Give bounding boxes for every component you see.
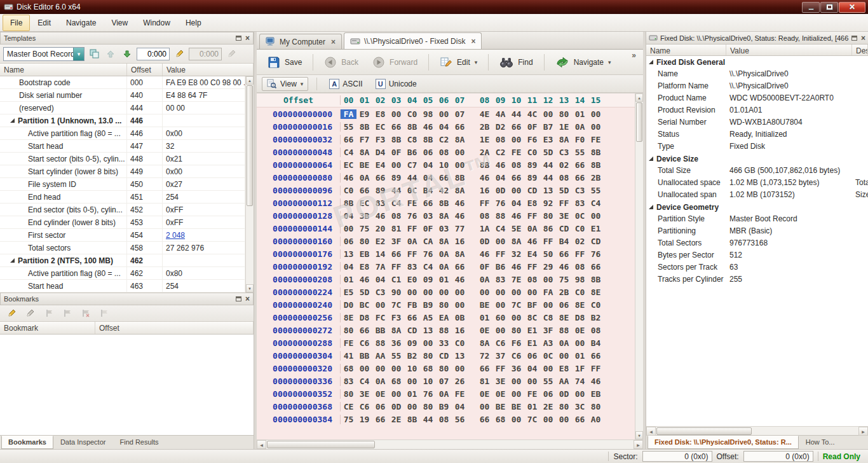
hex-row-offset[interactable]: 000000000256 [257,313,341,322]
hex-byte[interactable]: 55 [388,351,404,361]
hex-byte[interactable]: FE [524,389,540,399]
scrollbar-thumb[interactable] [267,441,375,448]
hex-byte[interactable]: C3 [556,148,572,157]
scroll-up-icon[interactable]: ▲ [635,93,643,102]
hex-row-offset[interactable]: 000000000176 [257,249,341,259]
hex-byte[interactable]: 0E [572,326,588,335]
hex-byte[interactable]: 89 [524,160,540,170]
hex-byte[interactable]: 55 [572,148,588,157]
hex-byte[interactable]: 13 [540,186,556,195]
hex-byte[interactable]: 89 [372,186,388,195]
hex-byte[interactable]: 0A [477,275,492,284]
menu-item-view[interactable]: View [104,15,135,31]
minimize-button[interactable] [802,2,820,13]
tab-close-icon[interactable]: × [331,38,336,46]
hex-byte[interactable]: 00 [540,275,556,284]
menu-item-edit[interactable]: Edit [30,15,58,31]
hex-byte[interactable]: C7 [404,160,420,170]
hex-byte[interactable]: 01 [572,351,588,361]
hex-byte[interactable]: 00 [404,287,420,297]
move-down-button[interactable] [120,47,134,61]
hex-byte[interactable]: 00 [477,402,492,411]
info-column-name[interactable]: Name [646,45,726,55]
hex-byte[interactable]: 08 [436,415,452,424]
hex-byte[interactable]: B6 [404,148,420,157]
hex-row-offset[interactable]: 000000000240 [257,300,341,310]
hex-byte[interactable]: 00 [492,287,508,297]
info-row[interactable]: Partition StyleMaster Boot Record [646,213,868,225]
hex-byte[interactable]: 07 [436,377,452,386]
scrollbar-thumb[interactable] [636,102,642,142]
save-button[interactable]: Save [261,52,308,73]
info-row[interactable]: Tracks per Cylinder255 [646,273,868,286]
hex-byte[interactable]: 0D [477,237,492,246]
hex-byte[interactable]: 00 [588,122,604,132]
hex-byte[interactable]: F0 [572,135,588,144]
hex-byte[interactable]: 75 [341,415,356,424]
hex-byte[interactable]: 10 [436,160,452,170]
hex-byte[interactable]: C0 [588,300,604,310]
previous-bookmark-button[interactable] [41,307,55,321]
hex-byte[interactable]: CA [420,237,436,246]
hex-byte[interactable]: 01 [436,275,452,284]
hex-byte[interactable]: F3 [372,135,388,144]
hex-byte[interactable]: 0A [436,389,452,399]
float-panel-icon[interactable] [236,36,241,41]
hex-byte[interactable]: 66 [436,173,452,183]
scroll-down-icon[interactable]: ▼ [635,431,643,439]
view-menu-button[interactable]: View ▾ [262,77,308,91]
hex-byte[interactable]: D0 [341,300,356,310]
hex-byte[interactable]: E2 [372,237,388,246]
info-column-value[interactable]: Value [726,45,852,55]
hex-byte[interactable]: 46 [372,211,388,221]
hex-byte[interactable]: F6 [524,135,540,144]
hex-byte[interactable]: BF [524,300,540,310]
hex-byte[interactable]: 04 [341,211,356,221]
bookmarks-column-offset[interactable]: Offset [95,322,254,334]
hex-byte[interactable]: E1 [524,326,540,335]
hex-byte[interactable]: 3F [540,326,556,335]
hex-byte[interactable]: 88 [436,326,452,335]
hex-byte[interactable]: BE [492,402,508,411]
template-row[interactable]: End head451254 [0,191,245,204]
hex-byte[interactable]: 14 [372,249,388,259]
hex-byte[interactable]: 80 [588,402,604,411]
hex-byte[interactable]: 0B [452,313,468,322]
hex-byte[interactable]: 04 [436,122,452,132]
hex-byte[interactable]: 8B [477,160,492,170]
hex-byte[interactable]: 08 [588,326,604,335]
hex-byte[interactable]: C6 [508,351,524,361]
hex-byte[interactable]: 68 [388,377,404,386]
close-button[interactable]: ✕ [839,2,865,13]
hex-byte[interactable]: 13 [341,249,356,259]
template-row[interactable]: Active partition flag (80 = ...4620x80 [0,267,245,280]
hex-byte[interactable]: 0F [477,262,492,272]
hex-byte[interactable]: FE [404,198,420,208]
hex-byte[interactable]: 00 [452,148,468,157]
hex-byte[interactable]: CD [404,326,420,335]
hex-byte[interactable]: FF [524,262,540,272]
hex-byte[interactable]: 80 [341,389,356,399]
hex-byte[interactable]: 00 [420,338,436,348]
hex-byte[interactable]: 76 [404,211,420,221]
hex-byte[interactable]: 10 [404,364,420,373]
hex-byte[interactable]: 66 [508,122,524,132]
template-row[interactable]: First sector4542 048 [0,229,245,242]
expand-triangle-icon[interactable] [649,156,653,161]
hex-byte[interactable]: 00 [508,377,524,386]
hex-byte[interactable]: 66 [477,364,492,373]
hex-byte[interactable]: B4 [588,338,604,348]
hex-byte[interactable]: 66 [572,415,588,424]
scroll-right-icon[interactable]: ▶ [634,440,643,449]
hex-row-offset[interactable]: 000000000128 [257,211,341,221]
hex-byte[interactable]: 09 [420,275,436,284]
hex-byte[interactable]: 8A [356,148,372,157]
hex-row-offset[interactable]: 000000000304 [257,351,341,361]
hex-byte[interactable]: 00 [508,186,524,195]
hex-byte[interactable]: E9 [356,109,372,119]
hex-row-offset[interactable]: 000000000288 [257,338,341,348]
hex-byte[interactable]: F6 [508,338,524,348]
forward-button[interactable]: Forward [366,52,424,73]
hex-row-offset[interactable]: 000000000000 [257,109,341,119]
hex-byte[interactable]: 8E [341,313,356,322]
